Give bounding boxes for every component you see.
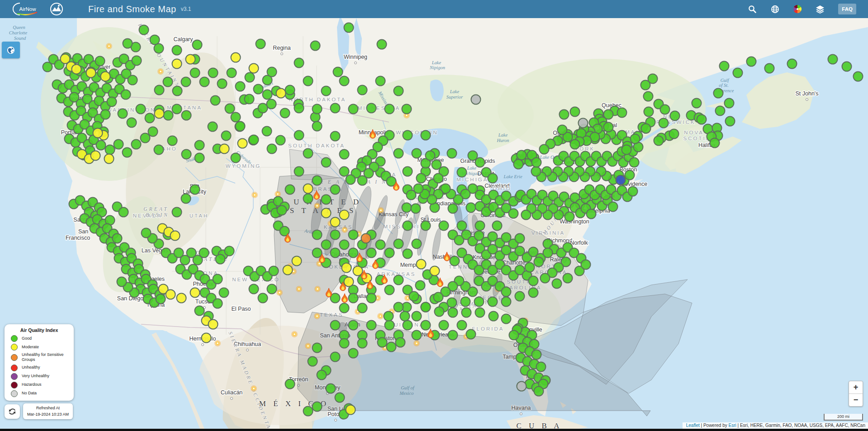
monitor-dot-good[interactable] — [534, 387, 544, 396]
monitor-dot-good[interactable] — [222, 131, 231, 141]
monitor-dot-good[interactable] — [384, 312, 394, 321]
monitor-dot-good[interactable] — [402, 104, 412, 114]
monitor-dot-good[interactable] — [331, 132, 340, 141]
monitor-dot-good[interactable] — [716, 106, 725, 116]
monitor-dot-good[interactable] — [411, 204, 421, 213]
monitor-dot-good[interactable] — [725, 99, 734, 108]
monitor-dot-good[interactable] — [249, 135, 259, 145]
monitor-dot-good[interactable] — [313, 176, 322, 185]
monitor-dot-good[interactable] — [358, 339, 367, 348]
sensor-dot[interactable] — [291, 331, 298, 337]
monitor-dot-good[interactable] — [121, 90, 131, 99]
monitor-dot-good[interactable] — [367, 294, 376, 303]
monitor-dot-moderate[interactable] — [417, 260, 426, 269]
monitor-dot-good[interactable] — [227, 68, 237, 78]
monitor-dot-no_data[interactable] — [579, 118, 588, 128]
monitor-dot-moderate[interactable] — [186, 55, 195, 64]
monitor-dot-good[interactable] — [304, 407, 313, 416]
monitor-dot-good[interactable] — [195, 141, 204, 150]
monitor-dot-good[interactable] — [416, 281, 425, 290]
monitor-dot-good[interactable] — [608, 202, 618, 212]
monitor-dot-good[interactable] — [475, 158, 485, 167]
monitor-dot-good[interactable] — [119, 208, 128, 217]
sensor-dot[interactable] — [413, 340, 420, 346]
monitor-dot-good[interactable] — [182, 111, 191, 120]
monitor-dot-good[interactable] — [114, 140, 123, 149]
monitor-dot-good[interactable] — [842, 62, 852, 71]
monitor-dot-good[interactable] — [660, 105, 670, 114]
monitor-dot-good[interactable] — [517, 151, 526, 160]
monitor-dot-good[interactable] — [364, 169, 374, 178]
monitor-dot-moderate[interactable] — [340, 210, 349, 220]
monitor-dot-moderate[interactable] — [353, 266, 363, 276]
monitor-dot-good[interactable] — [168, 136, 177, 146]
sensor-dot[interactable] — [342, 227, 348, 233]
map-svg[interactable]: CalgaryReginaWinnipegVancouverSeattlePor… — [0, 18, 868, 429]
sensor-dot[interactable] — [314, 203, 320, 209]
monitor-dot-moderate[interactable] — [283, 265, 293, 275]
monitor-dot-good[interactable] — [150, 35, 160, 45]
monitor-dot-good[interactable] — [285, 185, 295, 194]
monitor-dot-good[interactable] — [747, 57, 756, 66]
monitor-dot-good[interactable] — [132, 140, 141, 149]
sensor-dot[interactable] — [314, 313, 320, 319]
sensor-dot[interactable] — [106, 43, 112, 49]
monitor-dot-good[interactable] — [522, 210, 531, 220]
monitor-dot-good[interactable] — [254, 85, 263, 94]
monitor-dot-good[interactable] — [421, 303, 431, 312]
monitor-dot-good[interactable] — [346, 175, 356, 185]
monitor-dot-good[interactable] — [294, 58, 304, 68]
monitor-dot-good[interactable] — [412, 331, 422, 340]
monitor-dot-good[interactable] — [669, 129, 679, 139]
monitor-dot-good[interactable] — [421, 131, 431, 140]
monitor-dot-good[interactable] — [367, 104, 376, 113]
monitor-dot-good[interactable] — [173, 86, 182, 96]
monitor-dot-good[interactable] — [285, 379, 295, 389]
monitor-dot-good[interactable] — [541, 274, 550, 283]
monitor-dot-good[interactable] — [570, 140, 580, 149]
monitor-dot-good[interactable] — [565, 212, 574, 222]
monitor-dot-moderate[interactable] — [322, 208, 331, 218]
monitor-dot-good[interactable] — [267, 99, 276, 109]
monitor-dot-good[interactable] — [367, 248, 376, 258]
monitor-dot-moderate[interactable] — [104, 154, 114, 164]
monitor-dot-good[interactable] — [258, 104, 268, 113]
monitor-dot-good[interactable] — [340, 167, 349, 176]
monitor-dot-moderate[interactable] — [93, 128, 103, 138]
monitor-dot-good[interactable] — [403, 167, 413, 176]
monitor-dot-good[interactable] — [488, 297, 498, 307]
monitor-dot-good[interactable] — [349, 349, 358, 358]
monitor-dot-good[interactable] — [529, 288, 538, 298]
monitor-dot-good[interactable] — [367, 321, 376, 330]
monitor-dot-good[interactable] — [628, 187, 638, 196]
monitor-dot-good[interactable] — [552, 279, 562, 289]
monitor-dot-moderate[interactable] — [346, 405, 356, 415]
monitor-dot-usg[interactable] — [361, 234, 371, 243]
monitor-dot-good[interactable] — [313, 104, 322, 114]
monitor-dot-good[interactable] — [439, 221, 449, 231]
monitor-dot-good[interactable] — [139, 25, 149, 35]
monitor-dot-good[interactable] — [828, 55, 838, 64]
monitor-dot-good[interactable] — [532, 158, 541, 167]
monitor-dot-good[interactable] — [349, 230, 358, 240]
esri-link[interactable]: Esri — [729, 423, 736, 428]
monitor-dot-good[interactable] — [394, 303, 403, 312]
sensor-dot[interactable] — [251, 385, 257, 392]
monitor-dot-good[interactable] — [692, 99, 702, 108]
home-extent-button[interactable] — [2, 42, 20, 58]
monitor-dot-good[interactable] — [280, 109, 290, 118]
monitor-dot-good[interactable] — [403, 131, 413, 140]
monitor-dot-good[interactable] — [172, 104, 182, 114]
monitor-dot-good[interactable] — [475, 221, 485, 231]
monitor-dot-good[interactable] — [331, 185, 340, 194]
monitor-dot-good[interactable] — [570, 107, 580, 117]
monitor-dot-good[interactable] — [409, 292, 419, 301]
monitor-dot-good[interactable] — [385, 285, 394, 295]
monitor-dot-good[interactable] — [333, 67, 343, 77]
monitor-dot-good[interactable] — [448, 308, 458, 317]
monitor-dot-good[interactable] — [534, 257, 544, 267]
monitor-dot-good[interactable] — [163, 77, 173, 87]
monitor-dot-good[interactable] — [412, 239, 422, 249]
monitor-dot-moderate[interactable] — [202, 333, 211, 343]
monitor-dot-good[interactable] — [340, 240, 349, 250]
